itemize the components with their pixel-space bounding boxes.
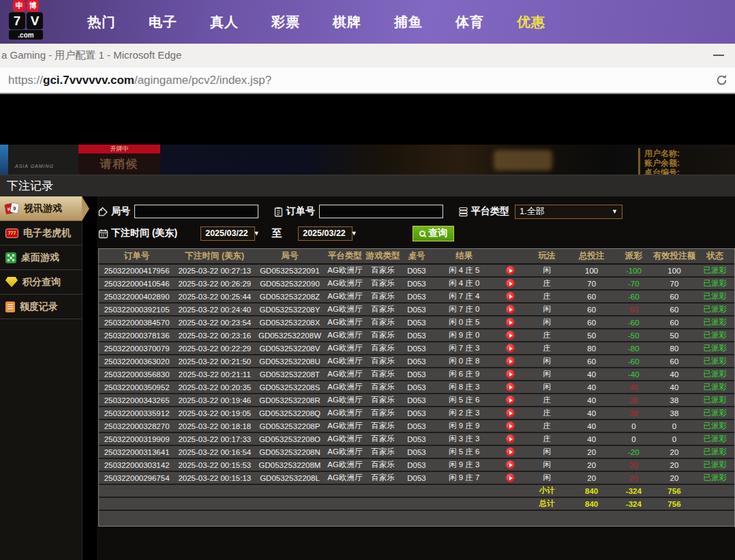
play-video-icon[interactable] [506, 383, 515, 392]
cell-table: D053 [401, 368, 432, 381]
minimize-button[interactable] [713, 55, 724, 56]
cell-platform: AG欧洲厅 [325, 445, 365, 458]
cell-result: 闲 4 庄 5 [432, 264, 496, 277]
cell-result: 闲 9 庄 7 [432, 471, 496, 484]
cell-table: D053 [401, 458, 432, 471]
cell-valid-bet: 20 [653, 445, 696, 458]
play-video-icon[interactable] [506, 331, 515, 340]
play-video-icon[interactable] [506, 460, 515, 469]
play-video-icon[interactable] [506, 305, 515, 314]
platform-type-select[interactable]: 1.全部 [515, 205, 622, 219]
cell-game: 百家乐 [365, 419, 401, 432]
play-video-icon[interactable] [506, 318, 515, 327]
refresh-icon[interactable] [715, 74, 728, 87]
cell-game: 百家乐 [365, 407, 401, 419]
sidebar-item-label: 额度记录 [20, 301, 58, 313]
play-video-icon[interactable] [506, 279, 515, 288]
cell-table: D053 [401, 290, 432, 303]
sidebar-item-live-games[interactable]: K9 视讯游戏 [0, 196, 82, 221]
cell-platform: AG欧洲厅 [325, 316, 365, 329]
play-video-icon[interactable] [506, 409, 515, 417]
cell-game: 百家乐 [365, 355, 401, 368]
nav-item-fishing[interactable]: 捕鱼 [378, 13, 439, 31]
play-video-icon[interactable] [506, 434, 515, 443]
play-video-icon[interactable] [506, 422, 515, 430]
cell-round: GD0532532208X [254, 316, 325, 329]
cell-total-bet: 20 [569, 458, 614, 471]
summary-valid-bet: 756 [653, 497, 696, 510]
date-from-select[interactable]: 2025/03/22 [200, 226, 255, 241]
cell-platform: AG欧洲厅 [325, 471, 365, 484]
cell-valid-bet: 60 [653, 316, 696, 329]
cell-time: 2025-03-22 00:25:44 [175, 290, 254, 303]
logo-tile-v: V [27, 12, 43, 29]
nav-item-lottery[interactable]: 彩票 [255, 13, 316, 31]
play-video-icon[interactable] [506, 292, 515, 301]
site-logo[interactable]: 申 博 7 V .com [5, 0, 46, 40]
logo-tiles: 7 V [9, 12, 43, 29]
play-video-icon[interactable] [506, 447, 515, 456]
table-row: 250322000410546 2025-03-22 00:26:29 GD05… [99, 277, 734, 290]
summary-payout: -324 [614, 497, 653, 510]
play-video-icon[interactable] [506, 370, 515, 379]
sidebar-item-label: 视讯游戏 [24, 203, 62, 215]
sidebar-item-points-query[interactable]: 积分查询 [0, 270, 82, 295]
sidebar-item-table-games[interactable]: 桌面游戏 [0, 246, 82, 270]
cell-game: 百家乐 [365, 381, 401, 394]
cell-bet-side: 闲 [525, 303, 569, 316]
nav-item-live[interactable]: 真人 [194, 13, 255, 31]
col-header-round: 局号 [254, 249, 325, 264]
cell-payout: 20 [614, 471, 653, 484]
cell-platform: AG欧洲厅 [325, 290, 365, 303]
account-info-panel: 用户名称: 账户余额: 桌台编号: [638, 148, 735, 175]
site-nav-items: 热门 电子 真人 彩票 棋牌 捕鱼 体育 优惠 [71, 0, 562, 44]
nav-item-boardgame[interactable]: 棋牌 [316, 13, 378, 31]
cell-bet-side: 庄 [525, 419, 569, 432]
nav-item-slots[interactable]: 电子 [132, 13, 194, 31]
cell-round: GD0532532208O [254, 432, 325, 445]
cell-status: 已派彩 [695, 342, 734, 355]
cell-bet-side: 庄 [525, 277, 569, 290]
search-button[interactable]: 查询 [412, 226, 454, 241]
play-video-icon[interactable] [506, 473, 515, 482]
cell-status: 已派彩 [695, 432, 734, 445]
sidebar-item-credit-records[interactable]: 额度记录 [0, 295, 82, 319]
cell-play [496, 458, 524, 471]
to-label: 至 [271, 227, 282, 240]
cell-play [496, 303, 524, 316]
cell-game: 百家乐 [365, 290, 401, 303]
order-number-group: 订单号 [273, 205, 443, 218]
sidebar-item-slot-machines[interactable]: 777 电子老虎机 [0, 221, 82, 246]
cell-round: GD0532532208W [254, 329, 325, 342]
nav-item-hot[interactable]: 热门 [71, 13, 132, 31]
nav-item-sports[interactable]: 体育 [439, 13, 500, 31]
play-video-icon[interactable] [506, 266, 515, 275]
date-to-value: 2025/03/22 [303, 229, 346, 238]
order-number-label: 订单号 [286, 205, 315, 218]
cell-table: D053 [401, 355, 432, 368]
browser-urlbar[interactable]: https://gci.7vvvvvv.com/agingame/pcv2/in… [0, 68, 735, 94]
bet-time-label: 下注时间 (美东) [111, 227, 177, 239]
round-number-input[interactable] [134, 205, 258, 218]
summary-label: 小计 [525, 484, 569, 497]
cell-order: 250322000335912 [99, 407, 175, 419]
cell-valid-bet: 0 [653, 432, 696, 445]
cell-platform: AG欧洲厅 [325, 342, 365, 355]
logo-com: .com [9, 30, 43, 40]
play-video-icon[interactable] [506, 344, 515, 353]
bet-records-table-wrap: 订单号 下注时间 (美东) 局号 平台类型 游戏类型 桌号 结果 玩法 总投注 … [98, 248, 735, 527]
cell-play [496, 471, 524, 484]
order-number-input[interactable] [319, 205, 443, 218]
nav-item-promo[interactable]: 优惠 [500, 13, 562, 31]
cell-total-bet: 60 [569, 316, 614, 329]
table-row: 250322000319909 2025-03-22 00:17:33 GD05… [99, 432, 734, 445]
date-to-select[interactable]: 2025/03/22 [298, 226, 352, 241]
play-video-icon[interactable] [506, 396, 515, 404]
cell-total-bet: 40 [569, 381, 614, 394]
col-header-totalbet: 总投注 [569, 249, 614, 264]
cell-play [496, 277, 524, 290]
play-video-icon[interactable] [506, 357, 515, 366]
table-row: 250322000313641 2025-03-22 00:16:54 GD05… [99, 445, 734, 458]
cell-total-bet: 80 [569, 342, 614, 355]
cell-round: GD05325322090 [254, 277, 325, 290]
